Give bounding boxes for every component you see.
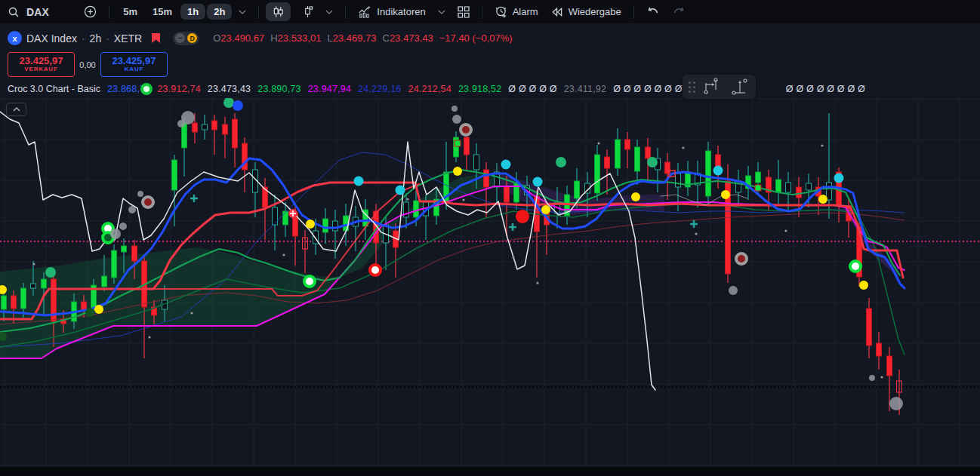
indicator-value: 24.212,54 — [408, 84, 451, 94]
timeframe-menu-chevron-icon[interactable] — [233, 8, 251, 17]
close-value: 23.473,43 — [390, 32, 433, 44]
low-value: 23.469,73 — [333, 32, 377, 44]
indicators-icon — [358, 6, 371, 18]
legend-green-donut-marker — [140, 83, 153, 95]
chart-style-hollow-candle-icon[interactable] — [297, 3, 319, 20]
indicator-title[interactable]: Croc 3.0 Chart - Basic — [8, 84, 100, 94]
timeframe-2h[interactable]: 2h — [207, 4, 232, 20]
indicator-value: 23.473,43 — [208, 84, 251, 94]
search-icon[interactable] — [8, 6, 20, 18]
symbol-title[interactable]: DAX Index — [26, 32, 77, 45]
buy-label: KAUF — [125, 66, 143, 73]
collapse-pane-button[interactable] — [6, 103, 26, 116]
alarm-clock-icon — [495, 5, 507, 18]
timeframe-1h[interactable]: 1h — [180, 4, 205, 20]
indicators-label: Indikatoren — [377, 6, 425, 17]
symbol-exchange[interactable]: XETR — [114, 32, 142, 45]
exchange-logo-icon: x — [8, 31, 22, 45]
symbol-interval[interactable]: 2h — [90, 32, 102, 45]
high-key: H — [270, 32, 277, 44]
toolbar-divider — [345, 5, 346, 19]
indicator-value: 23.918,52 — [458, 84, 501, 94]
undo-icon[interactable] — [641, 5, 665, 20]
toolbar-divider — [482, 5, 482, 19]
indicators-button[interactable]: Indikatoren — [353, 4, 430, 20]
open-key: O — [213, 32, 220, 44]
sell-price: 23.425,97 — [20, 56, 63, 66]
ohlc-values: O23.490,67 H23.533,01 L23.469,73 C23.473… — [213, 32, 512, 44]
floating-drawing-toolbar — [683, 75, 756, 99]
replay-label: Wiedergabe — [569, 6, 621, 17]
low-key: L — [327, 32, 332, 44]
indicators-menu-chevron-icon[interactable] — [433, 8, 451, 17]
compare-add-symbol-icon[interactable] — [79, 3, 102, 20]
line-zigzag-white — [0, 112, 655, 390]
rewind-icon — [550, 7, 563, 17]
chart-canvas[interactable] — [0, 98, 980, 466]
buy-price: 23.425,97 — [112, 56, 156, 66]
indicator-value: 23.890,73 — [257, 84, 300, 94]
indicator-value: Ø Ø Ø Ø Ø Ø Ø Ø — [786, 84, 865, 94]
indicator-value: Ø Ø Ø Ø Ø — [508, 84, 556, 94]
spread-value: 0,00 — [75, 60, 100, 69]
bottom-bar — [0, 466, 980, 476]
sell-label: VERKAUF — [24, 66, 57, 73]
close-key: C — [382, 32, 389, 44]
buy-button[interactable]: 23.425,97 KAUF — [100, 52, 168, 77]
drag-handle[interactable] — [689, 81, 695, 93]
timeframe-5m[interactable]: 5m — [116, 4, 144, 20]
session-toggle[interactable]: – D — [173, 32, 199, 45]
top-toolbar: DAX 5m 15m 1h 2h Indikatoren — [0, 0, 980, 23]
change-value: −17,40 (−0,07%) — [439, 32, 513, 44]
daily-badge: D — [187, 33, 197, 43]
alarm-button[interactable]: Alarm — [489, 3, 544, 20]
toolbar-divider — [633, 5, 634, 19]
timeframe-15m[interactable]: 15m — [146, 4, 179, 20]
alarm-label: Alarm — [513, 6, 538, 17]
flag-icon[interactable] — [151, 33, 161, 44]
trading-app: DAX 5m 15m 1h 2h Indikatoren — [0, 0, 980, 476]
high-value: 23.533,01 — [278, 32, 322, 44]
redo-icon[interactable] — [667, 5, 691, 20]
indicator-value: 23.947,94 — [308, 84, 351, 94]
dot-separator: · — [82, 32, 85, 45]
price-range-tool-icon[interactable] — [700, 76, 726, 97]
indicator-value: 24.229,16 — [358, 84, 401, 94]
chart-region: x DAX Index · 2h · XETR – D O23.490,67 H… — [0, 23, 980, 466]
trade-buttons: 23.425,97 VERKAUF 0,00 23.425,97 KAUF — [8, 52, 168, 77]
layout-grid-icon[interactable] — [452, 4, 475, 20]
session-dash-icon: – — [175, 33, 185, 43]
open-value: 23.490,67 — [220, 32, 264, 44]
sell-button[interactable]: 23.425,97 VERKAUF — [8, 52, 75, 77]
indicator-value: 23.912,74 — [157, 84, 200, 94]
toolbar-divider — [258, 5, 259, 19]
dot-separator: · — [106, 32, 109, 45]
indicator-value: 23.411,92 — [564, 84, 606, 94]
chart-style-candles-icon[interactable] — [266, 2, 291, 21]
symbol-search-button[interactable]: DAX — [21, 4, 54, 20]
chart-style-menu-chevron-icon[interactable] — [320, 8, 338, 17]
replay-button[interactable]: Wiedergabe — [545, 4, 627, 20]
toolbar-divider — [109, 5, 109, 19]
symbol-legend: x DAX Index · 2h · XETR – D O23.490,67 H… — [8, 31, 513, 45]
date-price-range-tool-icon[interactable] — [727, 76, 753, 97]
